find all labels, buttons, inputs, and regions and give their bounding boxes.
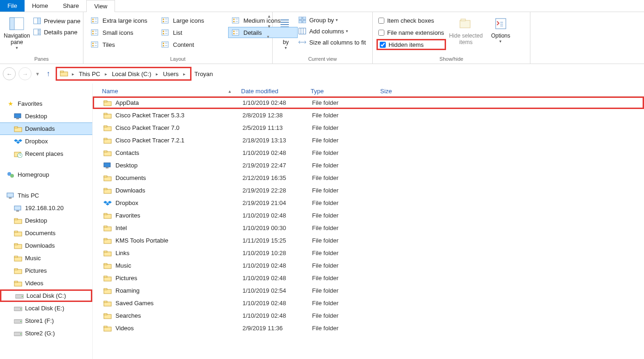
history-dropdown[interactable]: ▼: [34, 71, 41, 77]
layout-tiles[interactable]: Tiles: [87, 39, 157, 50]
tree-pc-local-disk-e-[interactable]: Local Disk (E:): [0, 302, 92, 314]
file-row[interactable]: Cisco Packet Tracer 7.2.12/18/2019 13:13…: [93, 134, 644, 147]
file-date: 1/10/2019 02:48: [242, 312, 312, 319]
breadcrumb-local-disk-c[interactable]: Local Disk (C:): [109, 68, 154, 79]
tree-pc-desktop[interactable]: Desktop: [0, 214, 92, 227]
arrow-left-icon: ←: [6, 71, 13, 77]
file-date: 2/5/2019 11:13: [242, 124, 312, 131]
chevron-right-icon[interactable]: ▸: [103, 71, 109, 77]
navigation-pane-label: Navigation pane: [4, 32, 30, 45]
svg-rect-35: [233, 33, 235, 34]
file-row[interactable]: Intel1/10/2019 00:30File folder: [93, 222, 644, 234]
breadcrumb-users[interactable]: Users: [160, 68, 181, 79]
svg-rect-25: [92, 33, 94, 34]
chevron-down-icon: ▾: [16, 45, 18, 50]
up-button[interactable]: ↑: [44, 70, 53, 78]
item-check-boxes-checkbox[interactable]: Item check boxes: [376, 15, 446, 26]
tab-file[interactable]: File: [0, 0, 25, 12]
tree-pc-videos[interactable]: Videos: [0, 277, 92, 289]
svg-rect-80: [14, 206, 21, 210]
file-row[interactable]: Saved Games1/10/2019 02:48File folder: [93, 297, 644, 309]
layout-scroll-up-icon[interactable]: ▲: [267, 14, 271, 19]
file-row[interactable]: Dropbox2/19/2019 21:04File folder: [93, 197, 644, 209]
layout-medium-icons[interactable]: Medium icons: [228, 15, 298, 26]
layout-list[interactable]: List: [158, 27, 227, 38]
file-row[interactable]: Contacts1/10/2019 02:48File folder: [93, 147, 644, 159]
tree-pc-pictures[interactable]: Pictures: [0, 264, 92, 277]
tree-homegroup[interactable]: Homegroup: [0, 168, 92, 181]
file-row[interactable]: Cisco Packet Tracer 5.3.32/8/2019 12:38F…: [93, 109, 644, 122]
file-row[interactable]: Searches1/10/2019 02:48File folder: [93, 309, 644, 322]
file-row[interactable]: Cisco Packet Tracer 7.02/5/2019 11:13Fil…: [93, 122, 644, 134]
tree-pc-downloads[interactable]: Downloads: [0, 239, 92, 252]
tree-fav-recent-places[interactable]: Recent places: [0, 147, 92, 160]
address-bar[interactable]: ▸ This PC ▸ Local Disk (C:) ▸ Users ▸ Tr…: [56, 67, 216, 81]
tree-pc-store2-g-[interactable]: Store2 (G:): [0, 327, 92, 340]
file-name: AppData: [115, 99, 139, 106]
column-name[interactable]: Name▲: [93, 88, 241, 95]
file-row[interactable]: KMS Tools Portable1/11/2019 15:25File fo…: [93, 234, 644, 247]
chevron-right-icon[interactable]: ▸: [70, 71, 76, 77]
file-row[interactable]: Pictures1/10/2019 02:48File folder: [93, 272, 644, 284]
tab-view[interactable]: View: [86, 0, 115, 12]
back-button[interactable]: ←: [3, 67, 16, 80]
folder-icon: [103, 99, 112, 107]
hide-selected-items-button[interactable]: Hide selected items: [446, 14, 486, 45]
layout-details[interactable]: Details: [228, 27, 298, 38]
tree-pc-local-disk-c-[interactable]: Local Disk (C:): [0, 289, 92, 302]
tree-pc-192-168-10-20[interactable]: 192.168.10.20: [0, 202, 92, 214]
column-date[interactable]: Date modified: [241, 88, 311, 95]
tree-pc-documents[interactable]: Documents: [0, 227, 92, 239]
file-row[interactable]: Documents2/12/2019 16:35File folder: [93, 172, 644, 184]
options-button[interactable]: Options ▾: [486, 14, 516, 44]
details-pane-button[interactable]: Details pane: [30, 27, 83, 37]
layout-small-icons[interactable]: Small icons: [87, 27, 157, 38]
chevron-right-icon[interactable]: ▸: [181, 71, 187, 77]
layout-scroll-down-icon[interactable]: ▼: [267, 24, 271, 29]
layout-more-icon[interactable]: ▾: [267, 34, 271, 39]
file-date: 2/19/2019 22:28: [242, 187, 312, 194]
tree-item-label: 192.168.10.20: [25, 205, 64, 212]
column-type[interactable]: Type: [311, 88, 380, 95]
layout-content[interactable]: Content: [158, 39, 227, 50]
hidden-items-label: Hidden items: [389, 41, 424, 48]
file-name: Favorites: [115, 212, 140, 219]
layout-large-icons[interactable]: Large icons: [158, 15, 227, 26]
group-by-button[interactable]: Group by ▾: [295, 15, 369, 25]
file-date: 1/10/2019 00:30: [242, 224, 312, 231]
forward-button[interactable]: →: [19, 67, 32, 80]
layout-extra-large-icons[interactable]: Extra large icons: [87, 15, 157, 26]
tab-home[interactable]: Home: [25, 0, 56, 12]
file-row[interactable]: Videos2/9/2019 11:36File folder: [93, 322, 644, 334]
tree-item-icon: [14, 267, 22, 275]
file-row[interactable]: Roaming1/10/2019 02:54File folder: [93, 284, 644, 297]
file-row[interactable]: Favorites1/10/2019 02:48File folder: [93, 209, 644, 222]
tab-share[interactable]: Share: [56, 0, 87, 12]
file-row[interactable]: Desktop2/19/2019 22:47File folder: [93, 159, 644, 172]
tree-pc-music[interactable]: Music: [0, 252, 92, 264]
column-size[interactable]: Size: [380, 88, 427, 95]
file-row[interactable]: AppData1/10/2019 02:48File folder: [93, 96, 644, 109]
tree-fav-dropbox[interactable]: Dropbox: [0, 135, 92, 147]
preview-pane-button[interactable]: Preview pane: [30, 16, 83, 26]
tree-item-icon: [14, 150, 22, 158]
file-row[interactable]: Downloads2/19/2019 22:28File folder: [93, 184, 644, 197]
hidden-items-checkbox[interactable]: Hidden items: [376, 39, 446, 50]
tree-this-pc[interactable]: This PC: [0, 189, 92, 202]
svg-rect-65: [14, 114, 21, 118]
file-row[interactable]: Music1/10/2019 02:48File folder: [93, 259, 644, 272]
breadcrumb-troyan[interactable]: Troyan: [191, 67, 216, 81]
navigation-pane-button[interactable]: Navigation pane ▾: [4, 14, 30, 50]
chevron-right-icon[interactable]: ▸: [154, 71, 160, 77]
svg-rect-87: [14, 244, 18, 245]
file-row[interactable]: Links1/10/2019 10:28File folder: [93, 247, 644, 259]
size-all-columns-button[interactable]: Size all columns to fit: [295, 37, 369, 47]
tree-fav-downloads[interactable]: Downloads: [0, 122, 92, 135]
tree-fav-desktop[interactable]: Desktop: [0, 110, 92, 122]
file-name-extensions-checkbox[interactable]: File name extensions: [376, 27, 446, 38]
tree-favorites[interactable]: ★ Favorites: [0, 97, 92, 110]
add-columns-button[interactable]: Add columns ▾: [295, 26, 369, 36]
svg-rect-52: [299, 17, 302, 19]
breadcrumb-this-pc[interactable]: This PC: [76, 68, 103, 79]
tree-pc-store1-f-[interactable]: Store1 (F:): [0, 314, 92, 327]
